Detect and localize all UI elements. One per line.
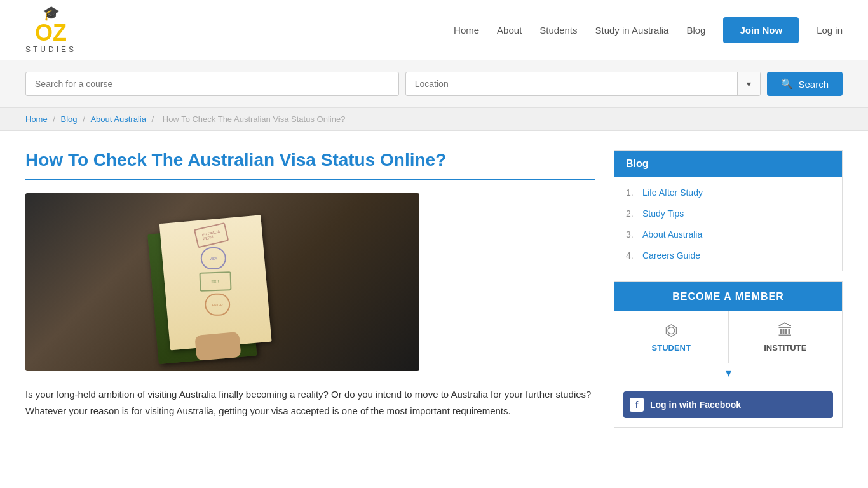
list-item: 4. Careers Guide [614,245,842,266]
main-nav: Home About Students Study in Australia B… [454,17,843,43]
stamp-1: ENTRADAPERU [194,222,229,248]
main-content: How To Check The Australian Visa Status … [0,131,868,447]
breadcrumb: Home / Blog / About Australia / How To C… [0,107,868,131]
sidebar: Blog 1. Life After Study 2. Study Tips 3… [614,150,843,428]
join-now-button[interactable]: Join Now [723,17,799,43]
breadcrumb-current: How To Check The Australian Visa Status … [163,114,346,124]
blog-link-careers-guide[interactable]: Careers Guide [642,250,700,261]
logo-icon: 🎓 [43,6,60,20]
location-chevron-icon[interactable]: ▾ [737,72,760,95]
list-item: 3. About Australia [614,224,842,245]
passport-visual: ENTRADAPERU VISA EXIT ENTER [109,210,336,368]
student-icon: ⏣ [665,322,678,339]
facebook-login-button[interactable]: f Log in with Facebook [623,391,833,418]
blog-link-life-after-study[interactable]: Life After Study [642,187,703,198]
member-tabs: ⏣ STUDENT 🏛 INSTITUTE [614,311,842,363]
tab-active-chevron: ▾ [614,363,842,383]
nav-blog[interactable]: Blog [686,25,705,36]
member-box: BECOME A MEMBER ⏣ STUDENT 🏛 INSTITUTE ▾ … [614,281,843,428]
nav-home[interactable]: Home [454,25,479,36]
list-item: 1. Life After Study [614,182,842,203]
breadcrumb-home[interactable]: Home [25,114,48,124]
sidebar-blog-box: Blog 1. Life After Study 2. Study Tips 3… [614,150,843,271]
logo-oz: OZ [35,20,67,46]
passport-page: ENTRADAPERU VISA EXIT ENTER [159,215,272,350]
sidebar-blog-header: Blog [614,151,842,177]
member-header: BECOME A MEMBER [614,282,842,311]
blog-link-about-australia[interactable]: About Australia [642,229,702,240]
breadcrumb-blog[interactable]: Blog [61,114,78,124]
list-num-3: 3. [626,229,637,240]
search-label: Search [798,79,829,90]
list-item: 2. Study Tips [614,203,842,224]
logo[interactable]: 🎓 OZ STUDIES [25,6,76,53]
institute-icon: 🏛 [778,322,793,339]
facebook-login-label: Log in with Facebook [650,400,741,410]
sidebar-blog-list: 1. Life After Study 2. Study Tips 3. Abo… [614,177,842,271]
facebook-icon: f [630,398,644,412]
search-input[interactable] [25,72,399,96]
log-in-button[interactable]: Log in [817,25,843,36]
article-body: Is your long-held ambition of visiting A… [25,386,595,419]
list-num-2: 2. [626,208,637,219]
tab-institute[interactable]: 🏛 INSTITUTE [729,311,843,363]
search-bar: ▾ 🔍 Search [0,60,868,107]
breadcrumb-about-australia[interactable]: About Australia [90,114,146,124]
stamp-4: ENTER [205,294,230,316]
nav-study-in-australia[interactable]: Study in Australia [595,25,669,36]
article-area: How To Check The Australian Visa Status … [25,150,595,428]
breadcrumb-sep-1: / [53,114,57,124]
stamp-2: VISA [201,247,226,269]
nav-about[interactable]: About [497,25,522,36]
institute-tab-label: INSTITUTE [764,343,806,353]
logo-studies: STUDIES [25,46,76,53]
nav-students[interactable]: Students [539,25,577,36]
student-tab-label: STUDENT [652,343,691,353]
tab-student[interactable]: ⏣ STUDENT [614,311,729,363]
site-header: 🎓 OZ STUDIES Home About Students Study i… [0,0,868,60]
article-title: How To Check The Australian Visa Status … [25,150,595,180]
search-button[interactable]: 🔍 Search [767,72,843,96]
hand-bg [194,332,241,361]
list-num-1: 1. [626,187,637,198]
location-input[interactable] [406,72,738,95]
blog-link-study-tips[interactable]: Study Tips [642,208,684,219]
search-icon: 🔍 [781,78,793,90]
location-wrapper: ▾ [405,72,761,96]
stamp-3: EXIT [199,271,231,292]
list-num-4: 4. [626,250,637,261]
breadcrumb-sep-3: / [152,114,156,124]
article-image: ENTRADAPERU VISA EXIT ENTER [25,193,419,371]
breadcrumb-sep-2: / [83,114,87,124]
